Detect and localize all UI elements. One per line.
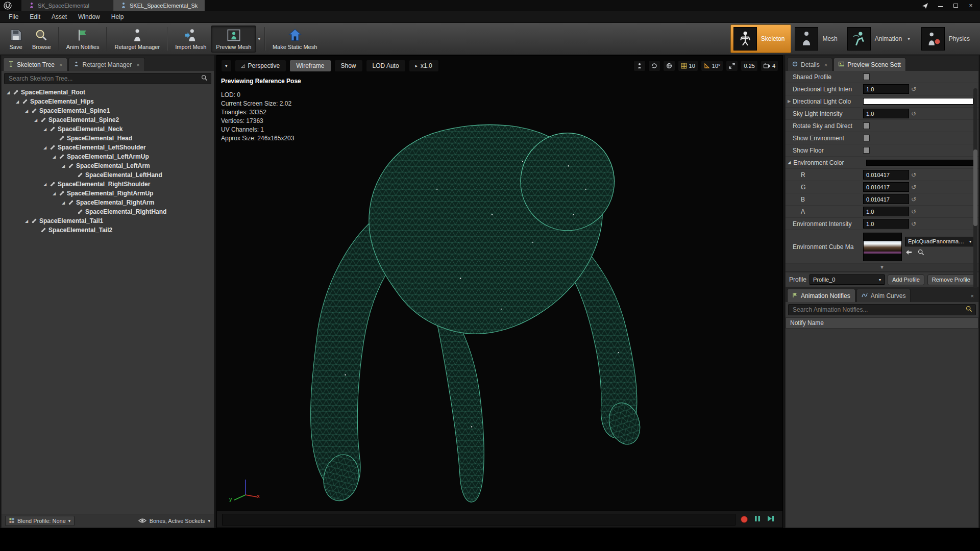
reset-to-default-icon[interactable]: ↺: [911, 171, 916, 179]
expander-icon[interactable]: ◢: [42, 127, 47, 132]
camera-button[interactable]: 4: [761, 60, 778, 71]
reset-to-default-icon[interactable]: ↺: [911, 110, 916, 117]
maximize-button[interactable]: [948, 1, 963, 10]
expander-icon[interactable]: ◢: [52, 155, 57, 159]
search-skeleton-tree-input[interactable]: [4, 73, 211, 84]
tree-item[interactable]: SpaceElemental_Tail2: [2, 226, 214, 235]
tree-item[interactable]: ◢SpaceElemental_Spine1: [2, 106, 214, 115]
environment-color-a-field[interactable]: 1.0: [863, 207, 909, 216]
preview-mesh-button[interactable]: Preview Mesh: [211, 26, 256, 53]
browse-button[interactable]: Browse: [28, 26, 56, 52]
reset-to-default-icon[interactable]: ↺: [911, 86, 916, 93]
show-button[interactable]: Show: [334, 60, 363, 72]
turntable-icon[interactable]: [648, 60, 660, 71]
close-button[interactable]: ×: [964, 1, 978, 10]
expander-icon[interactable]: ◢: [61, 164, 66, 168]
browse-to-asset-icon[interactable]: [918, 249, 924, 257]
preview-character-icon[interactable]: [633, 60, 646, 71]
expander-icon[interactable]: ▶: [788, 99, 791, 104]
tree-item[interactable]: ◢SpaceElemental_RightArmUp: [2, 189, 214, 198]
rotate-sky-checkbox[interactable]: [863, 122, 870, 129]
shared-profile-checkbox[interactable]: [863, 73, 870, 80]
scroll-down-indicator[interactable]: ▼: [786, 264, 978, 271]
record-button[interactable]: [741, 516, 748, 523]
tree-item[interactable]: ◢SpaceElemental_Root: [2, 88, 214, 97]
show-floor-checkbox[interactable]: [863, 147, 870, 154]
expander-icon[interactable]: ◢: [52, 191, 57, 196]
expander-icon[interactable]: ◢: [24, 219, 29, 223]
view-mode-button[interactable]: Wireframe: [289, 60, 331, 72]
notify-name-column-header[interactable]: Notify Name: [786, 317, 978, 329]
environment-color-g-field[interactable]: 0.010417: [863, 182, 909, 192]
bone-display-filter-button[interactable]: Bones, Active Sockets ▾: [138, 518, 210, 524]
tree-item[interactable]: ◢SpaceElemental_Spine2: [2, 115, 214, 124]
expander-icon[interactable]: ◢: [33, 118, 38, 122]
viewport-options-button[interactable]: ▾: [221, 60, 232, 72]
reset-to-default-icon[interactable]: ↺: [911, 220, 916, 228]
expander-icon[interactable]: ◢: [42, 145, 47, 150]
asset-tab-sk-spaceelemental[interactable]: SK_SpaceElemental: [21, 0, 113, 11]
panel-scrollbar[interactable]: [973, 88, 977, 288]
tree-item[interactable]: SpaceElemental_Head: [2, 134, 214, 143]
tab-details[interactable]: Details ×: [787, 58, 832, 71]
tree-item[interactable]: ◢SpaceElemental_RightArm: [2, 198, 214, 207]
cubemap-asset-dropdown[interactable]: EpicQuadPanorama_CC+E! ▾: [905, 237, 974, 246]
close-tab-icon[interactable]: ×: [59, 62, 62, 68]
anim-notifies-button[interactable]: Anim Notifies: [62, 26, 104, 52]
menu-asset[interactable]: Asset: [46, 11, 72, 22]
rotation-snap-button[interactable]: 10°: [701, 60, 724, 71]
tree-item[interactable]: ◢SpaceElemental_Hips: [2, 97, 214, 106]
menu-edit[interactable]: Edit: [24, 11, 46, 22]
expander-icon[interactable]: ◢: [6, 90, 11, 95]
blend-profile-button[interactable]: Blend Profile: None ▾: [5, 516, 75, 526]
mode-mesh[interactable]: Mesh: [792, 25, 843, 53]
reset-to-default-icon[interactable]: ↺: [911, 196, 916, 203]
tree-item[interactable]: ◢SpaceElemental_Neck: [2, 124, 214, 134]
remove-profile-button[interactable]: Remove Profile: [927, 274, 975, 285]
tab-preview-scene-settings[interactable]: Preview Scene Sett: [834, 58, 906, 71]
profile-select[interactable]: Profile_0 ▾: [810, 274, 885, 285]
scrollbar-thumb[interactable]: [973, 149, 977, 226]
save-button[interactable]: Save: [4, 26, 28, 52]
perspective-button[interactable]: ◿Perspective: [235, 60, 287, 72]
mode-physics[interactable]: Physics: [919, 25, 976, 53]
lod-button[interactable]: LOD Auto: [366, 60, 406, 72]
environment-intensity-field[interactable]: 1.0: [863, 219, 909, 229]
search-animation-notifies-input[interactable]: [788, 304, 976, 315]
close-tab-icon[interactable]: ×: [824, 62, 827, 68]
tree-item[interactable]: SpaceElemental_LeftHand: [2, 170, 214, 180]
camera-speed-button[interactable]: 0.25: [741, 60, 757, 71]
tree-item[interactable]: ◢SpaceElemental_LeftArmUp: [2, 152, 214, 161]
reset-to-default-icon[interactable]: ↺: [911, 184, 916, 191]
asset-tab-skel-spaceelemental[interactable]: SKEL_SpaceElemental_Sk: [113, 0, 205, 11]
expander-icon[interactable]: ◢: [61, 201, 66, 205]
tab-animation-notifies[interactable]: Animation Notifies: [787, 289, 855, 302]
tree-item[interactable]: ◢SpaceElemental_RightShoulder: [2, 180, 214, 189]
mode-animation[interactable]: Animation ▾: [845, 25, 918, 53]
expander-icon[interactable]: ◢: [24, 109, 29, 113]
close-tab-icon[interactable]: ×: [136, 62, 139, 68]
mode-skeleton[interactable]: Skeleton: [730, 24, 792, 53]
show-environment-checkbox[interactable]: [863, 135, 870, 141]
pause-button[interactable]: [754, 515, 761, 524]
grid-snap-button[interactable]: 10: [678, 60, 698, 71]
expander-icon[interactable]: ◢: [42, 182, 47, 187]
tree-item[interactable]: SpaceElemental_RightHand: [2, 207, 214, 216]
timeline-scrubber[interactable]: [222, 514, 736, 525]
import-mesh-button[interactable]: Import Mesh: [170, 26, 211, 52]
directional-light-color-swatch[interactable]: [863, 98, 973, 105]
preview-viewport[interactable]: ▾ ◿Perspective Wireframe Show LOD Auto ▸…: [216, 55, 783, 528]
tree-item[interactable]: ◢SpaceElemental_LeftArm: [2, 161, 214, 170]
environment-color-b-field[interactable]: 0.010417: [863, 194, 909, 204]
add-profile-button[interactable]: Add Profile: [888, 274, 924, 285]
tab-retarget-manager[interactable]: Retarget Manager ×: [68, 58, 144, 71]
preview-mesh-dropdown-icon[interactable]: ▾: [256, 36, 262, 41]
expander-icon[interactable]: ◢: [15, 99, 20, 104]
maximize-viewport-icon[interactable]: [726, 60, 738, 71]
scene-setup-icon[interactable]: [663, 60, 675, 71]
environment-color-r-field[interactable]: 0.010417: [863, 170, 909, 180]
retarget-manager-button[interactable]: Retarget Manager: [110, 26, 164, 52]
tab-anim-curves[interactable]: Anim Curves: [856, 289, 911, 302]
environment-color-swatch[interactable]: [866, 160, 973, 166]
directional-light-intensity-field[interactable]: 1.0: [863, 84, 909, 94]
